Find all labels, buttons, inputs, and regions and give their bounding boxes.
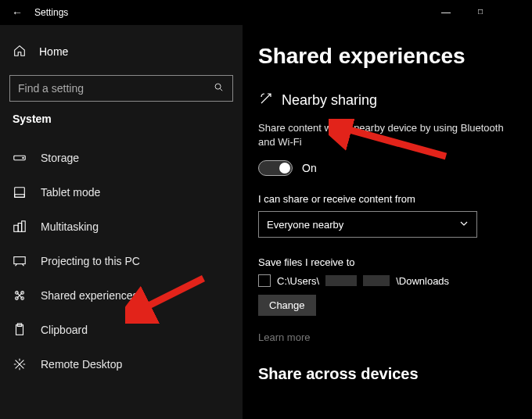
folder-icon [258, 274, 271, 287]
storage-icon [13, 151, 27, 165]
sidebar-item-label: Shared experiences [41, 289, 138, 302]
change-button[interactable]: Change [258, 295, 316, 316]
chevron-down-icon [459, 219, 469, 231]
minimize-button[interactable]: — [429, 7, 463, 18]
receive-from-select[interactable]: Everyone nearby [258, 211, 477, 238]
window-title: Settings [34, 7, 429, 18]
sidebar-item-label: Multitasking [41, 220, 99, 233]
sidebar-item-label: Remote Desktop [41, 358, 122, 371]
title-bar: ← Settings — □ [0, 0, 532, 25]
sidebar-item-storage[interactable]: Storage [0, 141, 243, 175]
sidebar-item-projecting[interactable]: Projecting to this PC [0, 244, 243, 278]
svg-rect-8 [14, 257, 25, 264]
sidebar-item-shared-experiences[interactable]: Shared experiences [0, 278, 243, 313]
svg-rect-7 [22, 221, 26, 232]
remote-desktop-icon [13, 357, 27, 371]
nearby-description: Share content with a nearby device by us… [258, 121, 516, 149]
nearby-sharing-icon [258, 91, 274, 110]
maximize-button[interactable]: □ [463, 7, 498, 18]
svg-rect-3 [15, 188, 25, 198]
tablet-icon [13, 185, 27, 199]
sidebar-item-remote-desktop[interactable]: Remote Desktop [0, 347, 243, 381]
home-label: Home [39, 45, 68, 58]
clipboard-icon [13, 323, 27, 337]
path-redacted-1 [325, 275, 357, 286]
sidebar-home[interactable]: Home [0, 36, 243, 67]
sidebar-item-label: Storage [41, 152, 79, 164]
svg-rect-6 [18, 224, 22, 232]
share-across-heading: Share across devices [258, 365, 516, 383]
toggle-state: On [302, 162, 317, 174]
learn-more-link[interactable]: Learn more [258, 331, 516, 343]
nav-list: Storage Tablet mode Multitasking [0, 141, 243, 381]
search-input[interactable]: Find a setting [9, 75, 233, 102]
search-placeholder: Find a setting [18, 82, 84, 95]
receive-from-value: Everyone nearby [267, 219, 343, 231]
search-icon [214, 82, 225, 95]
sidebar-item-clipboard[interactable]: Clipboard [0, 313, 243, 347]
path-prefix: C:\Users\ [277, 275, 319, 287]
sidebar-item-label: Clipboard [41, 324, 88, 336]
svg-point-2 [23, 157, 23, 158]
path-suffix: \Downloads [396, 275, 449, 287]
sidebar-item-tablet-mode[interactable]: Tablet mode [0, 175, 243, 210]
settings-window: ← Settings — □ Home Find a setting [0, 0, 532, 419]
sidebar-category: System [0, 113, 243, 125]
projecting-icon [13, 254, 27, 268]
back-button[interactable]: ← [0, 6, 34, 19]
path-redacted-2 [363, 275, 390, 286]
shared-experiences-icon [13, 288, 27, 303]
svg-rect-4 [15, 195, 25, 198]
content-pane: Shared experiences Nearby sharing Share … [243, 25, 532, 419]
save-path-row: C:\Users\ \Downloads [258, 274, 516, 287]
sidebar-item-multitasking[interactable]: Multitasking [0, 210, 243, 244]
svg-rect-5 [14, 225, 18, 231]
sidebar-item-label: Projecting to this PC [41, 255, 140, 267]
nearby-sharing-heading: Nearby sharing [258, 91, 516, 110]
nearby-toggle[interactable] [258, 160, 293, 176]
sidebar: Home Find a setting System Storage [0, 25, 243, 419]
sidebar-item-label: Tablet mode [41, 186, 100, 199]
nearby-sharing-label: Nearby sharing [282, 92, 377, 109]
svg-point-0 [215, 84, 221, 89]
home-icon [13, 44, 27, 60]
save-path-label: Save files I receive to [258, 256, 516, 268]
receive-from-label: I can share or receive content from [258, 193, 516, 205]
multitasking-icon [13, 220, 27, 234]
page-title: Shared experiences [258, 44, 516, 69]
